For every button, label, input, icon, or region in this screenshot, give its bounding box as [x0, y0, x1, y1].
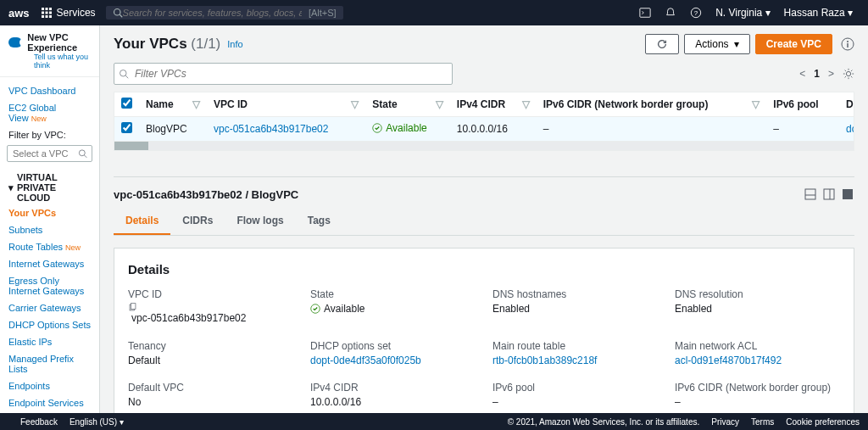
- col-name[interactable]: Name▽: [139, 92, 207, 117]
- nav-internet-gateways[interactable]: Internet Gateways: [0, 255, 99, 272]
- nav-your-vpcs[interactable]: Your VPCs: [0, 204, 99, 221]
- svg-rect-8: [49, 15, 52, 18]
- page-number: 1: [814, 68, 820, 80]
- svg-point-17: [847, 41, 849, 42]
- svg-rect-29: [131, 304, 136, 310]
- nav-endpoints[interactable]: Endpoints: [0, 377, 99, 394]
- horizontal-scrollbar[interactable]: [114, 142, 854, 150]
- svg-rect-3: [42, 12, 44, 14]
- tab-cidrs[interactable]: CIDRs: [170, 208, 225, 235]
- svg-rect-11: [640, 8, 650, 18]
- nav-ec2-global[interactable]: EC2 Global ViewNew: [0, 99, 99, 126]
- vpc-table: Name▽ VPC ID▽ State▽ IPv4 CIDR▽ IPv6 CID…: [114, 92, 854, 151]
- svg-rect-5: [49, 12, 52, 14]
- filter-by-vpc-label: Filter by VPC:: [0, 126, 99, 143]
- nav-dhcp-options[interactable]: DHCP Options Sets: [0, 316, 99, 333]
- nav-subnets[interactable]: Subnets: [0, 221, 99, 238]
- col-ipv4-cidr[interactable]: IPv4 CIDR▽: [450, 92, 537, 117]
- label-default-vpc: Default VPC: [128, 382, 293, 394]
- actions-button[interactable]: Actions▾: [684, 34, 749, 54]
- nav-vpc-dashboard[interactable]: VPC Dashboard: [0, 82, 99, 99]
- value-tenancy: Default: [128, 355, 293, 366]
- svg-line-10: [120, 14, 122, 17]
- notifications-icon[interactable]: [665, 7, 676, 19]
- label-ipv4-cidr: IPv4 CIDR: [310, 382, 476, 394]
- search-icon: [113, 8, 123, 18]
- nav-carrier-gateways[interactable]: Carrier Gateways: [0, 299, 99, 316]
- cell-vpc-id[interactable]: vpc-051ca6b43b917be02: [214, 123, 328, 135]
- cell-ipv6-pool: –: [766, 117, 839, 142]
- nav-elastic-ips[interactable]: Elastic IPs: [0, 333, 99, 350]
- svg-point-21: [846, 71, 850, 75]
- services-grid-icon[interactable]: [42, 8, 52, 18]
- label-dns-resolution: DNS resolution: [675, 288, 840, 300]
- search-icon: [78, 149, 87, 159]
- cell-name: BlogVPC: [139, 117, 207, 142]
- refresh-button[interactable]: [645, 34, 679, 54]
- services-menu[interactable]: Services: [57, 7, 96, 19]
- cell-dhcp[interactable]: dopt-0de4df35a0f: [846, 123, 854, 135]
- select-all-checkbox[interactable]: [121, 98, 132, 109]
- value-default-vpc: No: [128, 396, 293, 408]
- filter-vpcs-input[interactable]: [114, 63, 453, 85]
- tab-tags[interactable]: Tags: [296, 208, 342, 235]
- col-ipv6-pool[interactable]: IPv6 pool: [766, 92, 839, 117]
- global-search[interactable]: [Alt+S]: [106, 6, 343, 20]
- section-vpc[interactable]: ▾VIRTUAL PRIVATE CLOUD: [0, 167, 99, 204]
- label-dhcp: DHCP options set: [310, 340, 476, 352]
- tab-details[interactable]: Details: [114, 208, 170, 235]
- layout-bottom-icon[interactable]: [804, 187, 817, 201]
- help-panel-icon[interactable]: [841, 37, 854, 51]
- nav-egress-gateways[interactable]: Egress Only Internet Gateways: [0, 272, 99, 299]
- next-page-button[interactable]: >: [828, 68, 834, 80]
- cell-ipv4-cidr: 10.0.0.0/16: [450, 117, 537, 142]
- nav-endpoint-services[interactable]: Endpoint Services: [0, 394, 99, 411]
- search-shortcut: [Alt+S]: [309, 8, 337, 18]
- col-state[interactable]: State▽: [365, 92, 450, 117]
- value-main-nacl[interactable]: acl-0d91ef4870b17f492: [675, 355, 840, 366]
- copy-icon[interactable]: [128, 303, 293, 312]
- table-settings-icon[interactable]: [843, 68, 854, 80]
- svg-rect-7: [45, 15, 47, 18]
- details-heading: Details: [128, 262, 840, 276]
- layout-full-icon[interactable]: [841, 187, 854, 201]
- cloudshell-icon[interactable]: [639, 7, 651, 19]
- tab-flow-logs[interactable]: Flow logs: [225, 208, 295, 235]
- svg-line-20: [125, 75, 128, 78]
- svg-rect-6: [42, 15, 44, 18]
- value-main-route-table[interactable]: rtb-0fcb0b1ab389c218f: [492, 355, 658, 366]
- page-title: Your VPCs (1/1): [114, 36, 220, 53]
- pagination: < 1 >: [799, 68, 854, 80]
- value-dns-hostnames: Enabled: [492, 303, 658, 315]
- svg-point-19: [120, 70, 127, 77]
- layout-side-icon[interactable]: [822, 187, 836, 201]
- prev-page-button[interactable]: <: [799, 68, 805, 80]
- create-vpc-button[interactable]: Create VPC: [755, 34, 832, 54]
- col-vpc-id[interactable]: VPC ID▽: [207, 92, 365, 117]
- svg-line-15: [85, 155, 87, 158]
- svg-rect-18: [847, 43, 848, 47]
- value-dns-resolution: Enabled: [675, 303, 840, 315]
- help-icon[interactable]: ?: [690, 7, 702, 19]
- table-row[interactable]: BlogVPC vpc-051ca6b43b917be02 Available …: [114, 117, 854, 142]
- label-dns-hostnames: DNS hostnames: [492, 288, 658, 300]
- col-ipv6-cidr[interactable]: IPv6 CIDR (Network border group)▽: [537, 92, 767, 117]
- row-checkbox[interactable]: [121, 122, 132, 133]
- nav-route-tables[interactable]: Route TablesNew: [0, 238, 99, 255]
- feedback-link[interactable]: Tell us what you think: [34, 53, 91, 70]
- nav-prefix-lists[interactable]: Managed Prefix Lists: [0, 350, 99, 377]
- info-link[interactable]: Info: [227, 39, 242, 49]
- aws-logo[interactable]: aws: [8, 7, 30, 20]
- value-dhcp[interactable]: dopt-0de4df35a0f0f025b: [310, 355, 476, 366]
- value-ipv6-pool: –: [492, 396, 658, 408]
- region-selector[interactable]: N. Virginia ▾: [715, 7, 770, 19]
- global-search-input[interactable]: [123, 8, 302, 18]
- svg-rect-23: [805, 189, 815, 199]
- label-main-nacl: Main network ACL: [675, 340, 840, 352]
- new-experience-label: New VPC Experience: [27, 32, 91, 53]
- sidebar: New VPC Experience Tell us what you thin…: [0, 25, 100, 413]
- col-dhcp[interactable]: DHCP options set: [839, 92, 854, 117]
- svg-rect-0: [42, 8, 44, 10]
- account-menu[interactable]: Hassan Raza ▾: [784, 7, 853, 19]
- new-experience-toggle[interactable]: [8, 37, 22, 47]
